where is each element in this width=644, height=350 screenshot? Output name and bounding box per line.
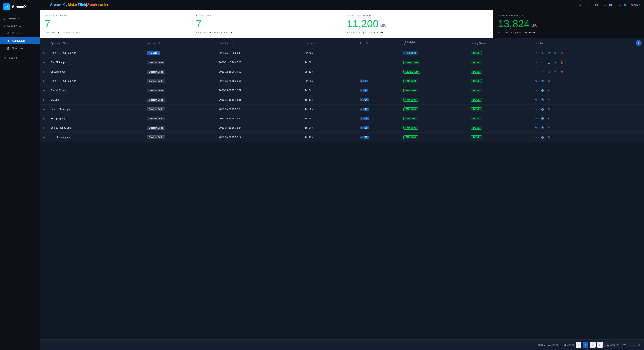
app-name-0: Flink 1.13 SQL Test App	[51, 52, 76, 54]
sidebar-item-project[interactable]: ◎ Project	[0, 29, 40, 37]
row-expand-9[interactable]: ▶	[40, 133, 48, 142]
expand-icon-2[interactable]: ▶	[42, 70, 46, 73]
power-btn-9[interactable]: ⏻	[540, 135, 545, 140]
row-expand-3[interactable]: ▶	[40, 76, 48, 86]
eye-btn-8[interactable]: 👁	[546, 125, 552, 131]
expand-icon-9[interactable]: ▶	[42, 136, 46, 139]
duration-sort-icon[interactable]: ⇅	[315, 42, 317, 45]
job-type-sort-icon[interactable]: ⇅	[158, 42, 160, 45]
power-btn-5[interactable]: ⏻	[540, 97, 545, 102]
col-header-3[interactable]: Duration ⇅	[302, 38, 357, 48]
col-header-0[interactable]: Application Name	[48, 38, 144, 48]
admin-menu[interactable]: admin ▾	[631, 3, 640, 6]
task-cell-9: ▦58	[357, 133, 401, 142]
expand-icon-3[interactable]: ▶	[42, 79, 46, 83]
power-btn-8[interactable]: ⏻	[540, 125, 545, 131]
power-btn-4[interactable]: ⏻	[540, 88, 545, 93]
sidebar-item-system[interactable]: ⚙ System ▾	[0, 15, 40, 22]
run-status-filter[interactable]: ▼	[404, 43, 466, 46]
run-status-badge-4: RUNNING	[404, 89, 418, 92]
start-time-sort-icon[interactable]: ⇅	[231, 42, 233, 45]
power-btn-3[interactable]: ⏻	[540, 78, 545, 84]
sidebar-item-streamx[interactable]: ◈ StreamX ▴	[0, 22, 40, 29]
edit-btn-6[interactable]: ✎	[534, 107, 539, 112]
row-expand-8[interactable]: ▶	[40, 123, 48, 133]
deploy-btn-1[interactable]: ⤢	[534, 60, 539, 65]
expand-icon-0[interactable]: ▶	[42, 51, 46, 55]
app-name-cell-2: StreamingJob	[48, 67, 144, 76]
menu-icon[interactable]: ☰	[44, 3, 47, 7]
eye-btn-0[interactable]: 👁	[553, 50, 558, 56]
app-name-cell-8: Source mongo app	[48, 123, 144, 133]
eye-btn-4[interactable]: 👁	[546, 88, 552, 93]
delete-btn-0[interactable]: 🗑	[559, 50, 564, 56]
edit-btn-9[interactable]: ✎	[534, 135, 539, 140]
help-icon[interactable]: ?	[586, 2, 591, 8]
notebook-icon: 📓	[6, 46, 10, 50]
expand-icon-7[interactable]: ▶	[42, 117, 46, 120]
row-expand-2[interactable]: ▶	[40, 67, 48, 76]
deploy-status-cell-0: DONE	[469, 48, 531, 58]
delete-btn-1[interactable]: 🗑	[559, 60, 564, 65]
expand-icon-5[interactable]: ▶	[42, 98, 46, 102]
expand-icon-6[interactable]: ▶	[42, 107, 46, 111]
delete-btn-2[interactable]: 🗑	[559, 69, 564, 74]
goto-input[interactable]	[628, 343, 636, 347]
edit-btn-3[interactable]: ✎	[534, 78, 539, 84]
run-status-badge-6: RUNNING	[404, 107, 418, 111]
row-expand-0[interactable]: ▶	[40, 48, 48, 58]
deploy-btn-2[interactable]: ⤢	[534, 69, 539, 74]
edit-btn-8[interactable]: ✎	[534, 125, 539, 131]
row-expand-1[interactable]: ▶	[40, 58, 48, 67]
power-btn-0[interactable]: ⏻	[546, 50, 552, 56]
op-btns-7: ✎⏻👁	[534, 116, 642, 121]
power-btn-1[interactable]: ⏻	[546, 60, 552, 65]
page-2-btn[interactable]: 2	[590, 342, 596, 348]
run-status-badge-9: RUNNING	[404, 136, 418, 139]
edit-btn-4[interactable]: ✎	[534, 88, 539, 93]
github-icon[interactable]	[594, 2, 599, 8]
eye-btn-5[interactable]: 👁	[546, 97, 552, 102]
row-expand-5[interactable]: ▶	[40, 95, 48, 105]
edit-btn-7[interactable]: ✎	[534, 116, 539, 121]
task-sort-icon[interactable]: ⇅	[366, 42, 368, 45]
eye-btn-1[interactable]: 👁	[553, 60, 558, 65]
table-row: ▶Flink 1.12 SQL Test AppCustom Code2021-…	[40, 76, 644, 86]
col-header-1[interactable]: Job Type ⇅	[144, 38, 216, 48]
eye-btn-6[interactable]: 👁	[546, 107, 552, 112]
prev-page-btn[interactable]: <	[576, 342, 581, 348]
eye-btn-7[interactable]: 👁	[546, 116, 552, 121]
eye-btn-3[interactable]: 👁	[546, 78, 552, 84]
per-page-select[interactable]: 10 条/页20 条/页50 条/页	[604, 343, 620, 347]
eye-btn-2[interactable]: 👁	[553, 69, 558, 74]
deploy-status-cell-5: DONE	[469, 95, 531, 105]
run-status-filter[interactable]: ▼	[546, 42, 548, 45]
row-expand-4[interactable]: ▶	[40, 86, 48, 95]
deploy-btn-0[interactable]: ⤢	[534, 50, 539, 56]
power-btn-2[interactable]: ⏻	[546, 69, 552, 74]
table-row: ▶ETL Streaming appCustom Code2021-05-21 …	[40, 133, 644, 142]
edit-btn-0[interactable]: ✎	[540, 50, 545, 56]
add-application-button[interactable]: +	[636, 40, 642, 46]
row-expand-7[interactable]: ▶	[40, 114, 48, 123]
edit-btn-1[interactable]: ✎	[540, 60, 545, 65]
sidebar-item-notebook[interactable]: 📓 Notebook	[0, 44, 40, 52]
expand-icon-4[interactable]: ▶	[42, 89, 46, 92]
settings-icon[interactable]: ⚙	[578, 2, 583, 8]
page-1-btn[interactable]: 1	[583, 342, 588, 348]
next-page-btn[interactable]: >	[597, 342, 603, 348]
sidebar-item-setting[interactable]: ⚙ Setting	[0, 54, 40, 61]
power-btn-6[interactable]: ⏻	[540, 107, 545, 112]
expand-icon-1[interactable]: ▶	[42, 61, 46, 64]
power-btn-7[interactable]: ⏻	[540, 116, 545, 121]
edit-btn-5[interactable]: ✎	[534, 97, 539, 102]
col-header-2[interactable]: Start Time ⇅	[216, 38, 302, 48]
row-expand-6[interactable]: ▶	[40, 105, 48, 114]
expand-icon-8[interactable]: ▶	[42, 126, 46, 130]
stars-badge[interactable]: stars 193	[602, 3, 614, 7]
eye-btn-9[interactable]: 👁	[546, 135, 552, 140]
edit-btn-2[interactable]: ✎	[540, 69, 545, 74]
forks-badge[interactable]: forks 66	[617, 3, 628, 7]
sidebar-item-application[interactable]: ▣ Application	[0, 37, 40, 44]
col-header-4[interactable]: Task ⇅	[357, 38, 401, 48]
